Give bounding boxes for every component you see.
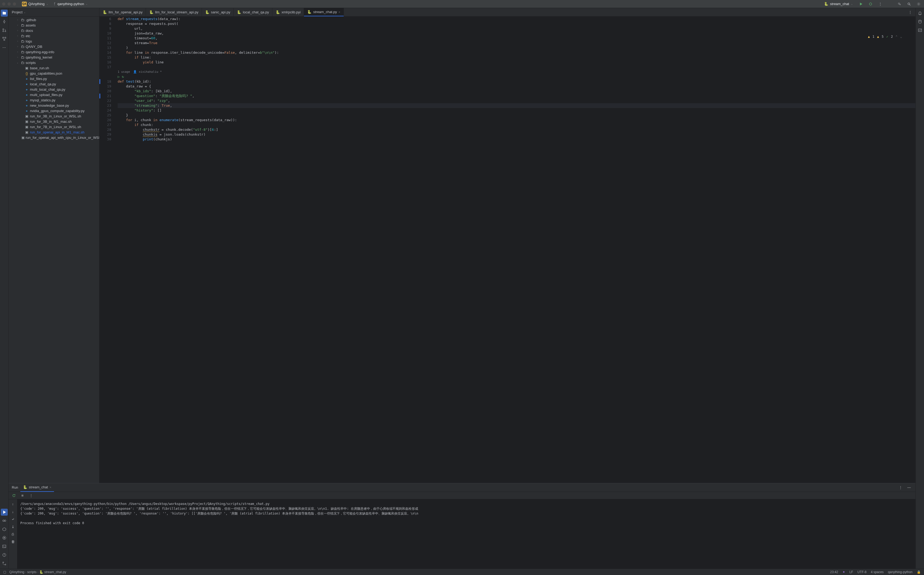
next-highlight-icon[interactable]: ⌄ xyxy=(900,35,902,38)
tree-file[interactable]: ●multi_local_chat_qa.py xyxy=(9,87,99,92)
code-line[interactable]: def stream_requests(data_raw): xyxy=(118,17,915,21)
run-output[interactable]: /Users/angus/anaconda3/envs/qanything-py… xyxy=(17,499,915,569)
tree-folder[interactable]: ›🗀QANY_DB xyxy=(9,44,99,49)
up-stack-icon[interactable]: ↑ xyxy=(10,501,16,507)
structure-tool-button[interactable] xyxy=(1,35,8,42)
python-console-tool-button[interactable] xyxy=(1,534,8,541)
tree-folder[interactable]: ›🗀qanything.egg-info xyxy=(9,49,99,54)
zoom-window[interactable] xyxy=(13,2,16,6)
tree-folder[interactable]: ›🗀qanything_kernel xyxy=(9,54,99,60)
gutter-line-number[interactable]: 21 xyxy=(100,94,111,98)
usage-inlay[interactable]: 1 usage👤 xixihahaliu * xyxy=(118,70,915,75)
breadcrumb-segment[interactable]: 🐍 stream_chat.py xyxy=(39,570,66,574)
gutter-line-number[interactable]: 23 xyxy=(100,103,111,108)
gutter-line-number[interactable]: 9 xyxy=(100,26,111,31)
code-editor[interactable]: ▲1 ▲5 ✓2 ⌃ ⌄ 6891011121314151617 1819202… xyxy=(100,17,915,483)
tree-file[interactable]: ▣run_for_3B_in_Linux_or_WSL.sh xyxy=(9,113,99,119)
project-selector[interactable]: QA QAnything ⌄ xyxy=(20,1,50,7)
file-encoding[interactable]: UTF-8 xyxy=(857,570,867,574)
code-line[interactable] xyxy=(118,65,915,70)
code-line[interactable]: yield line xyxy=(118,60,915,65)
python-packages-tool-button[interactable] xyxy=(1,517,8,524)
project-tree-body[interactable]: ›🗀.github›🗀assets›🗀docs›🗀etc›🗀logs›🗀QANY… xyxy=(9,17,99,483)
vcs-tool-button[interactable] xyxy=(1,560,8,567)
soft-wrap-icon[interactable]: ⤶ xyxy=(10,516,16,522)
run-more-icon[interactable]: ⋮ xyxy=(28,492,34,499)
code-line[interactable]: "kb_ids": [kb_id], xyxy=(118,89,915,94)
code-line[interactable]: "history": [] xyxy=(118,108,915,113)
editor-tab[interactable]: 🐍llm_for_local_stream_api.py xyxy=(146,8,202,16)
tree-folder[interactable]: ›🗀logs xyxy=(9,38,99,44)
tree-arrow-icon[interactable]: › xyxy=(16,35,19,37)
run-tool-button[interactable] xyxy=(1,509,8,516)
code-line[interactable]: "streaming": True, xyxy=(118,103,915,108)
tree-folder[interactable]: ›🗀.github xyxy=(9,17,99,22)
code-line[interactable]: json=data_raw, xyxy=(118,31,915,36)
breadcrumb-segment[interactable]: QAnything xyxy=(10,570,24,574)
run-gutter-icon[interactable]: ▷ ↻ xyxy=(118,75,915,79)
clear-all-icon[interactable]: 🗑 xyxy=(10,538,16,545)
code-line[interactable]: timeout=60, xyxy=(118,36,915,41)
gutter-line-number[interactable]: 13 xyxy=(100,46,111,50)
code-line[interactable]: data_raw = { xyxy=(118,84,915,89)
ai-assistant-icon[interactable]: ✦ xyxy=(842,570,845,574)
gutter-line-number[interactable]: 11 xyxy=(100,36,111,41)
gutter-line-number[interactable]: 18 xyxy=(100,79,111,84)
tree-file[interactable]: ●list_files.py xyxy=(9,76,99,81)
editor-code-area[interactable]: def stream_requests(data_raw): response … xyxy=(114,17,915,483)
gutter-line-number[interactable]: 25 xyxy=(100,113,111,118)
tabs-more-icon[interactable]: ⋮ xyxy=(907,9,913,16)
tree-file[interactable]: {}gpu_capabilities.json xyxy=(9,71,99,76)
gutter-line-number[interactable]: 15 xyxy=(100,55,111,60)
editor-tab[interactable]: 🐍llm_for_openai_api.py xyxy=(100,8,146,16)
close-window[interactable] xyxy=(2,2,5,6)
minimize-panel-icon[interactable]: — xyxy=(906,484,912,491)
rerun-button[interactable] xyxy=(11,492,17,499)
commit-tool-button[interactable] xyxy=(1,18,8,25)
module-selector[interactable]: ᚶ qanything-python ⌄ xyxy=(52,2,90,6)
settings-icon[interactable] xyxy=(915,1,922,7)
gutter-line-number[interactable]: 22 xyxy=(100,98,111,103)
debug-button[interactable] xyxy=(867,1,874,7)
editor-tab[interactable]: 🐍sanic_api.py xyxy=(202,8,234,16)
tree-folder[interactable]: ›🗀assets xyxy=(9,22,99,28)
tree-file[interactable]: ▣run_for_3B_in_M1_mac.sh xyxy=(9,119,99,124)
tree-arrow-icon[interactable]: › xyxy=(16,45,19,48)
indent-setting[interactable]: 4 spaces xyxy=(871,570,884,574)
tree-file[interactable]: ▣base_run.sh xyxy=(9,65,99,71)
gutter-line-number[interactable]: 30 xyxy=(100,137,111,142)
inspection-widget[interactable]: ▲1 ▲5 ✓2 ⌃ ⌄ xyxy=(868,35,902,38)
python-interpreter[interactable]: qanything-python xyxy=(888,570,913,574)
code-line[interactable]: "question": "房颤会有危险吗? ", xyxy=(118,94,915,98)
editor-tab[interactable]: 🐍xmlrpclib.pyi xyxy=(273,8,304,16)
sciview-tool-button[interactable] xyxy=(916,27,924,34)
tree-arrow-icon[interactable]: › xyxy=(16,29,19,32)
gutter-line-number[interactable]: 6 xyxy=(100,17,111,21)
gutter-line-number[interactable]: 10 xyxy=(100,31,111,36)
run-button[interactable] xyxy=(858,1,864,7)
editor-tab[interactable]: 🐍stream_chat.py× xyxy=(304,8,344,16)
gutter-line-number[interactable]: 27 xyxy=(100,122,111,127)
tree-arrow-icon[interactable]: › xyxy=(16,19,19,21)
editor-tab[interactable]: 🐍local_chat_qa.py xyxy=(234,8,273,16)
code-line[interactable]: stream=True xyxy=(118,41,915,46)
pull-requests-tool-button[interactable] xyxy=(1,27,8,34)
gutter-line-number[interactable]: 29 xyxy=(100,132,111,137)
gutter-line-number[interactable]: 20 xyxy=(100,89,111,94)
code-line[interactable]: if chunk: xyxy=(118,122,915,127)
tree-folder[interactable]: ›🗀etc xyxy=(9,33,99,38)
breadcrumb-segment[interactable]: scripts xyxy=(27,570,36,574)
tree-file[interactable]: ●local_chat_qa.py xyxy=(9,81,99,87)
editor-gutter[interactable]: 6891011121314151617 18192021222324252627… xyxy=(100,17,114,483)
run-config-selector[interactable]: 🐍 stream_chat ⌄ xyxy=(823,2,854,6)
notifications-tool-button[interactable] xyxy=(916,10,924,17)
caret-position[interactable]: 23:42 xyxy=(830,570,838,574)
gutter-line-number[interactable]: 17 xyxy=(100,65,111,70)
close-icon[interactable]: × xyxy=(49,486,51,489)
code-line[interactable]: chunkjs = json.loads(chunkstr) xyxy=(118,132,915,137)
tree-file[interactable]: ●nvidia_gpus_compute_capability.py xyxy=(9,108,99,113)
services-tool-button[interactable] xyxy=(1,526,8,533)
tree-file[interactable]: ▣run_for_openai_api_in_M1_mac.sh xyxy=(9,129,99,135)
tree-arrow-icon[interactable]: › xyxy=(16,56,19,59)
tree-arrow-icon[interactable]: ⌄ xyxy=(16,61,19,64)
